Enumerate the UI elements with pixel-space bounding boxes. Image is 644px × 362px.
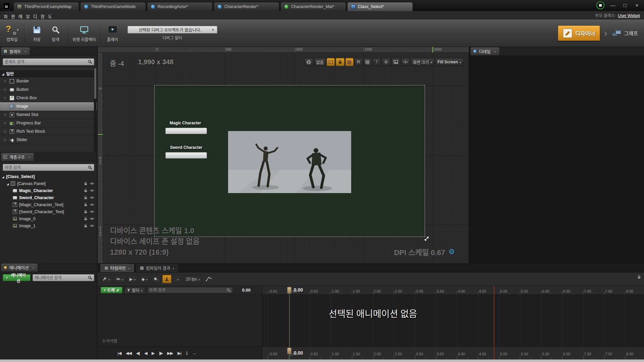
chevron-down-icon[interactable] <box>493 49 496 54</box>
hierarchy-item-image-1[interactable]: Image_1 <box>0 222 97 229</box>
expander-icon[interactable] <box>2 71 4 76</box>
parent-class-link[interactable]: User Widget <box>618 13 640 18</box>
character-preview-image[interactable] <box>228 131 351 193</box>
frame-back-button[interactable]: ◀◀ <box>125 351 131 356</box>
unlock-icon[interactable] <box>84 195 88 200</box>
widget-search-input[interactable] <box>5 165 87 170</box>
hierarchy-item-sword-character[interactable]: Sword_Character <box>0 194 97 201</box>
preview-background-button[interactable] <box>391 58 400 66</box>
hierarchy-item-canvas-panel[interactable]: [Canvas Panel] <box>0 180 97 187</box>
browse-button[interactable]: 탐색 <box>46 23 65 43</box>
favorite-star-icon[interactable] <box>3 137 7 142</box>
palette-search-input[interactable] <box>5 60 87 64</box>
expander-icon[interactable] <box>2 174 4 179</box>
chevron-down-icon[interactable]: ▼ <box>16 28 19 32</box>
chevron-down-icon[interactable] <box>23 49 27 54</box>
unlock-icon[interactable] <box>84 209 88 214</box>
loop-count-button[interactable]: 1 <box>186 351 188 356</box>
tab-timeline[interactable]: 타임라인 <box>100 263 135 272</box>
transform-mode-button[interactable] <box>382 58 390 66</box>
hierarchy-item-image-0[interactable]: Image_0 <box>0 215 97 222</box>
designer-viewport[interactable]: 0 500 1000 1500 2000 0 500 1000 줌 -4 1,9… <box>98 47 469 263</box>
doc-tab-thirdpersongamemode[interactable]: ThirdPersonGameMode <box>80 2 146 11</box>
timeline-track-body[interactable]: 선택된 애니메이션 없음 <box>262 295 644 347</box>
play-button[interactable]: 플레이 <box>103 23 122 43</box>
unlock-icon[interactable] <box>84 217 88 221</box>
playhead-handle-bottom[interactable] <box>287 348 291 354</box>
chevron-down-icon[interactable] <box>172 266 174 270</box>
favorite-star-icon[interactable] <box>3 79 7 83</box>
save-button[interactable]: 저장 <box>28 23 46 43</box>
step-back-button[interactable]: ◀| <box>136 351 140 356</box>
doc-tab-characterrender[interactable]: CharacterRender* <box>214 2 279 11</box>
magic-character-button[interactable] <box>165 128 207 134</box>
step-forward-button[interactable]: |▶ <box>159 351 163 356</box>
magic-character-text[interactable]: Magic Character <box>170 121 201 125</box>
visibility-eye-icon[interactable] <box>90 181 94 186</box>
visibility-filter-button[interactable] <box>114 275 126 283</box>
menu-debug[interactable]: 디버그 <box>30 13 37 17</box>
hierarchy-item-root[interactable]: [Class_Select] <box>0 173 97 180</box>
details-panel-tab[interactable]: 디테일 <box>470 47 500 55</box>
animation-search-input[interactable] <box>35 276 87 280</box>
hierarchy-item-magic-character[interactable]: Magic_Character <box>0 187 97 194</box>
flip-preview-button[interactable] <box>401 58 410 66</box>
visibility-eye-icon[interactable] <box>90 209 94 214</box>
visibility-eye-icon[interactable] <box>90 224 94 228</box>
visibility-eye-icon[interactable] <box>90 188 94 193</box>
add-keyframe-button[interactable]: ◆+ <box>152 275 161 283</box>
play-reverse-button[interactable]: ◀ <box>144 351 147 356</box>
palette-item-named-slot[interactable]: Named Slot <box>0 111 97 119</box>
timeline-ruler-bottom[interactable]: -0.50 0.00 0.50 1.00 1.50 2.00 2.50 3.00… <box>262 347 644 359</box>
debug-object-dropdown[interactable]: 선택된 디버그 오브젝트가 없습니다. <box>127 26 217 34</box>
localization-preview-button[interactable] <box>304 58 313 66</box>
unlock-icon[interactable] <box>84 224 88 228</box>
snap-grid-button[interactable] <box>345 58 354 66</box>
doc-tab-thirdpersonexamplemap[interactable]: ThirdPersonExampleMap <box>13 2 79 11</box>
palette-item-button[interactable]: Button <box>0 85 97 94</box>
lock-icon[interactable] <box>637 275 641 279</box>
hierarchy-panel-tab[interactable]: 계층구조 <box>1 153 34 161</box>
warnings-toggle-button[interactable]: ! <box>373 58 381 66</box>
menu-view[interactable]: 뷰 <box>22 13 30 17</box>
palette-item-rich-text[interactable]: Rich Text Block <box>0 127 97 136</box>
track-search-box[interactable] <box>147 287 233 293</box>
chevron-down-icon[interactable] <box>31 265 35 270</box>
jump-to-end-button[interactable]: ▶| <box>177 351 181 356</box>
keyframe-options-button[interactable]: ◆ <box>140 275 150 283</box>
compile-button[interactable]: ?⚙▼ 컴파일 <box>3 23 21 43</box>
frame-forward-button[interactable]: ▶▶ <box>167 351 173 356</box>
palette-panel-tab[interactable]: 팔레트 <box>1 47 30 55</box>
widget-reflector-button[interactable]: 위젯 리플렉터 <box>71 23 97 43</box>
favorite-star-icon[interactable] <box>3 87 7 92</box>
timeline-options-button[interactable] <box>101 275 112 283</box>
close-button[interactable]: × <box>633 2 641 8</box>
doc-tab-class-select[interactable]: Class_Select* <box>347 2 413 11</box>
add-track-button[interactable]: 트랙 <box>101 287 122 293</box>
animation-search-box[interactable] <box>33 274 94 281</box>
timeline-track-area[interactable]: -0.50 0.00 0.50 1.00 1.50 2.00 2.50 3.00… <box>262 286 644 359</box>
play-button[interactable]: ▶ <box>152 351 155 356</box>
expander-icon[interactable] <box>7 181 9 186</box>
palette-item-progress-bar[interactable]: Progress Bar <box>0 119 97 127</box>
designed-widget-root[interactable]: Magic Character Sword Character <box>155 86 424 236</box>
jump-to-start-button[interactable]: |◀ <box>117 351 121 356</box>
menu-edit[interactable]: 편집 <box>7 13 15 17</box>
favorite-star-icon[interactable] <box>3 112 7 117</box>
widget-search-box[interactable] <box>3 164 94 171</box>
auto-key-options-button[interactable] <box>173 275 182 283</box>
scrollbar-thumb[interactable] <box>94 68 96 99</box>
auto-key-button[interactable] <box>162 275 171 283</box>
unlock-icon[interactable] <box>84 188 88 193</box>
doc-tab-characterrender-mat[interactable]: CharacterRender_Mat* <box>280 2 346 11</box>
chevron-down-icon[interactable] <box>27 155 31 159</box>
rotation-grid-button[interactable]: R <box>355 58 363 66</box>
preview-none-button[interactable]: 없음 <box>314 58 326 66</box>
unlock-icon[interactable] <box>84 202 88 207</box>
resize-handle[interactable] <box>424 236 429 241</box>
visibility-eye-icon[interactable] <box>90 202 94 207</box>
animation-panel-tab[interactable]: 애니메이션 <box>1 263 38 272</box>
palette-item-border[interactable]: Border <box>0 77 97 85</box>
visibility-eye-icon[interactable] <box>90 217 94 221</box>
tab-compiler-results[interactable]: 컴파일러 결과 <box>136 263 179 272</box>
